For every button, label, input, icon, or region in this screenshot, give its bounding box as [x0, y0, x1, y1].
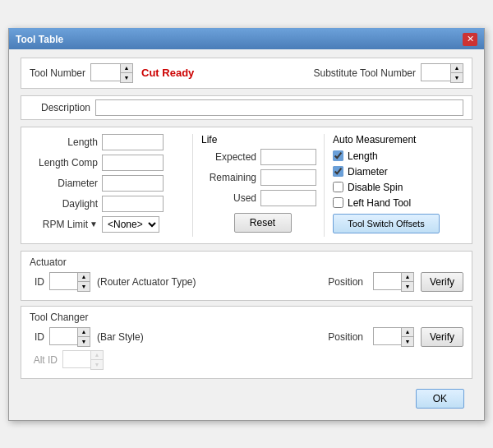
- substitute-down[interactable]: ▼: [451, 73, 463, 82]
- actuator-position-spinner[interactable]: 1 ▲ ▼: [373, 272, 414, 292]
- actuator-position-input[interactable]: 1: [373, 272, 401, 290]
- disable-spin-checkbox[interactable]: [333, 182, 343, 192]
- substitute-input[interactable]: 0: [421, 63, 450, 81]
- tool-number-down[interactable]: ▼: [121, 73, 132, 82]
- tool-changer-id-down[interactable]: ▼: [78, 337, 90, 346]
- remaining-row: Remaining 9.4922: [201, 169, 324, 186]
- tool-changer-row: ID 1 ▲ ▼ (Bar Style) Position 2 ▲ ▼: [30, 327, 463, 347]
- auto-length-checkbox[interactable]: [333, 150, 343, 161]
- rpm-dropdown-arrow: ▼: [90, 219, 98, 229]
- tool-changer-title: Tool Changer: [30, 312, 463, 323]
- footer: OK: [21, 384, 472, 412]
- length-comp-label: Length Comp: [28, 157, 102, 169]
- title-bar: Tool Table ✕: [9, 30, 484, 49]
- ok-button[interactable]: OK: [416, 389, 464, 409]
- reset-button[interactable]: Reset: [234, 213, 292, 233]
- description-input[interactable]: Tenon-Dado Tool: [95, 99, 463, 116]
- tool-number-label: Tool Number: [30, 67, 90, 79]
- length-label: Length: [28, 136, 102, 148]
- substitute-up[interactable]: ▲: [451, 64, 463, 73]
- substitute-label: Substitute Tool Number: [313, 67, 421, 79]
- tool-changer-id-spinner[interactable]: 1 ▲ ▼: [49, 327, 90, 347]
- tool-changer-id-up[interactable]: ▲: [78, 328, 90, 337]
- rpm-row: RPM Limit ▼ <None>: [28, 216, 192, 233]
- used-label: Used: [201, 192, 260, 204]
- tool-changer-position-label: Position: [328, 331, 368, 343]
- actuator-position-label: Position: [328, 276, 368, 288]
- actuator-position-up[interactable]: ▲: [402, 273, 413, 282]
- actuator-row: ID 1 ▲ ▼ (Router Actuator Type) Position…: [30, 272, 463, 292]
- tool-changer-position-down[interactable]: ▼: [402, 337, 413, 346]
- actuator-title: Actuator: [30, 256, 463, 268]
- life-col: Life Expected 10.0000 Remaining 9.4922 U…: [192, 134, 324, 237]
- alt-id-label: Alt ID: [30, 354, 62, 366]
- used-input[interactable]: 0.5078: [260, 190, 316, 206]
- tool-changer-position-up[interactable]: ▲: [402, 328, 413, 337]
- alt-id-spinner[interactable]: 0 ▲ ▼: [62, 350, 104, 370]
- alt-id-up: ▲: [91, 351, 103, 360]
- tool-changer-id-label: ID: [30, 331, 49, 343]
- actuator-id-label: ID: [30, 276, 49, 288]
- alt-id-input: 0: [62, 350, 90, 368]
- remaining-input[interactable]: 9.4922: [260, 169, 316, 186]
- alt-id-row: Alt ID 0 ▲ ▼: [30, 350, 463, 370]
- close-button[interactable]: ✕: [463, 33, 477, 46]
- top-section: Tool Number 2 ▲ ▼ Cut Ready Substitute T…: [21, 58, 472, 89]
- actuator-verify-button[interactable]: Verify: [421, 272, 463, 292]
- description-section: Description Tenon-Dado Tool: [21, 95, 472, 120]
- tool-number-input[interactable]: 2: [90, 63, 120, 81]
- left-hand-tool-checkbox[interactable]: [333, 197, 343, 208]
- length-comp-row: Length Comp 0.0000: [28, 155, 192, 171]
- window-title: Tool Table: [16, 34, 63, 45]
- left-hand-tool-label: Left Hand Tool: [348, 197, 411, 209]
- expected-input[interactable]: 10.0000: [260, 149, 316, 165]
- main-window: Tool Table ✕ Tool Number 2 ▲ ▼ Cut Ready…: [8, 28, 485, 421]
- actuator-position-down[interactable]: ▼: [402, 282, 413, 291]
- daylight-label: Daylight: [28, 198, 102, 210]
- diameter-row: Diameter 0.3723: [28, 175, 192, 192]
- substitute-spinner[interactable]: 0 ▲ ▼: [421, 63, 463, 83]
- tool-changer-position-input[interactable]: 2: [373, 327, 401, 345]
- auto-measurement-title: Auto Measurement: [333, 134, 465, 145]
- tool-switch-offsets-button[interactable]: Tool Switch Offsets: [333, 214, 440, 233]
- measurements-col: Length 0.0000 Length Comp 0.0000 Diamete…: [28, 134, 192, 237]
- rpm-label: RPM Limit ▼: [28, 219, 102, 230]
- used-row: Used 0.5078: [201, 190, 324, 206]
- diameter-label: Diameter: [28, 178, 102, 189]
- expected-row: Expected 10.0000: [201, 149, 324, 165]
- auto-length-label: Length: [348, 150, 378, 162]
- disable-spin-label: Disable Spin: [348, 182, 403, 193]
- rpm-select[interactable]: <None>: [102, 216, 159, 233]
- actuator-type-label: (Router Actuator Type): [97, 276, 196, 288]
- expected-label: Expected: [201, 151, 260, 163]
- auto-measurement-col: Auto Measurement Length Diameter Disable…: [324, 134, 465, 237]
- life-title: Life: [201, 134, 324, 145]
- actuator-id-input[interactable]: 1: [49, 272, 77, 290]
- daylight-row: Daylight 6.6267: [28, 196, 192, 212]
- auto-length-row: Length: [333, 150, 465, 162]
- tool-changer-verify-button[interactable]: Verify: [421, 327, 463, 347]
- daylight-input[interactable]: 6.6267: [102, 196, 164, 212]
- actuator-section: Actuator ID 1 ▲ ▼ (Router Actuator Type)…: [21, 251, 472, 301]
- tool-number-spinner[interactable]: 2 ▲ ▼: [90, 63, 133, 83]
- length-comp-input[interactable]: 0.0000: [102, 155, 164, 171]
- length-input[interactable]: 0.0000: [102, 134, 164, 150]
- left-hand-tool-row: Left Hand Tool: [333, 197, 465, 209]
- tool-changer-id-input[interactable]: 1: [49, 327, 77, 345]
- alt-id-down: ▼: [91, 360, 103, 369]
- tool-changer-position-spinner[interactable]: 2 ▲ ▼: [373, 327, 414, 347]
- length-row: Length 0.0000: [28, 134, 192, 150]
- diameter-input[interactable]: 0.3723: [102, 175, 164, 192]
- auto-diameter-row: Diameter: [333, 166, 465, 178]
- actuator-id-spinner[interactable]: 1 ▲ ▼: [49, 272, 90, 292]
- main-section: Length 0.0000 Length Comp 0.0000 Diamete…: [21, 127, 472, 244]
- tool-changer-type-label: (Bar Style): [97, 331, 144, 343]
- disable-spin-row: Disable Spin: [333, 182, 465, 193]
- actuator-id-up[interactable]: ▲: [78, 273, 90, 282]
- actuator-id-down[interactable]: ▼: [78, 282, 90, 291]
- status-text: Cut Ready: [141, 67, 194, 79]
- auto-diameter-checkbox[interactable]: [333, 166, 343, 177]
- tool-number-up[interactable]: ▲: [121, 64, 132, 73]
- tool-changer-section: Tool Changer ID 1 ▲ ▼ (Bar Style) Positi…: [21, 306, 472, 379]
- remaining-label: Remaining: [201, 172, 260, 183]
